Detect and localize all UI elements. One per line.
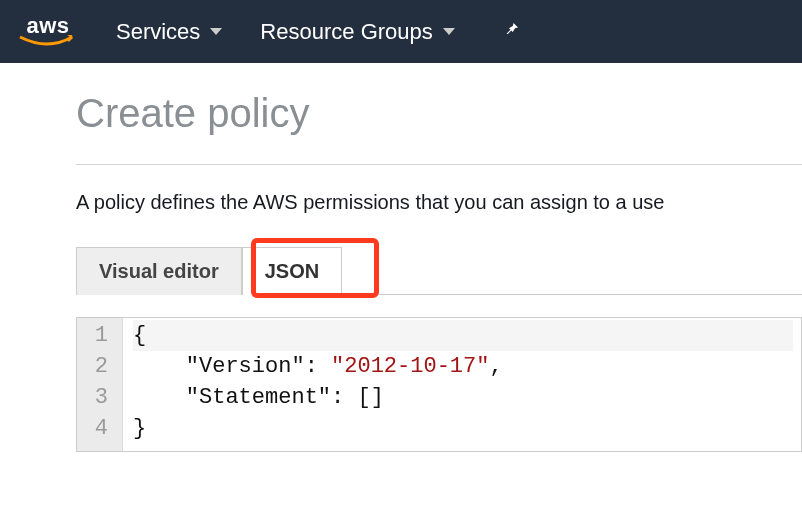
- pin-icon[interactable]: [503, 20, 521, 43]
- main-content: Create policy A policy defines the AWS p…: [0, 63, 802, 452]
- code-token: ,: [489, 354, 502, 379]
- code-token: {: [133, 323, 146, 348]
- line-number: 2: [87, 351, 108, 382]
- policy-description: A policy defines the AWS permissions tha…: [76, 191, 802, 214]
- code-token: "Statement": []: [133, 385, 384, 410]
- editor-code[interactable]: { "Version": "2012-10-17", "Statement": …: [123, 318, 801, 451]
- editor-gutter: 1 2 3 4: [77, 318, 123, 451]
- aws-logo[interactable]: aws: [18, 15, 78, 49]
- divider: [76, 164, 802, 165]
- nav-resource-groups[interactable]: Resource Groups: [260, 19, 454, 45]
- line-number: 1: [87, 320, 108, 351]
- code-string: "2012-10-17": [331, 354, 489, 379]
- aws-smile-icon: [18, 35, 78, 49]
- line-number: 4: [87, 413, 108, 444]
- aws-logo-text: aws: [26, 15, 69, 37]
- line-number: 3: [87, 382, 108, 413]
- nav-services-label: Services: [116, 19, 200, 45]
- code-token: }: [133, 416, 146, 441]
- code-token: "Version":: [133, 354, 331, 379]
- tab-visual-editor[interactable]: Visual editor: [76, 247, 242, 295]
- tab-json[interactable]: JSON: [242, 247, 342, 295]
- nav-resource-groups-label: Resource Groups: [260, 19, 432, 45]
- nav-services[interactable]: Services: [116, 19, 222, 45]
- chevron-down-icon: [443, 28, 455, 35]
- chevron-down-icon: [210, 28, 222, 35]
- page-title: Create policy: [76, 91, 802, 136]
- top-nav: aws Services Resource Groups: [0, 0, 802, 63]
- tabs: Visual editor JSON: [76, 246, 802, 295]
- json-editor[interactable]: 1 2 3 4 { "Version": "2012-10-17", "Stat…: [76, 317, 802, 452]
